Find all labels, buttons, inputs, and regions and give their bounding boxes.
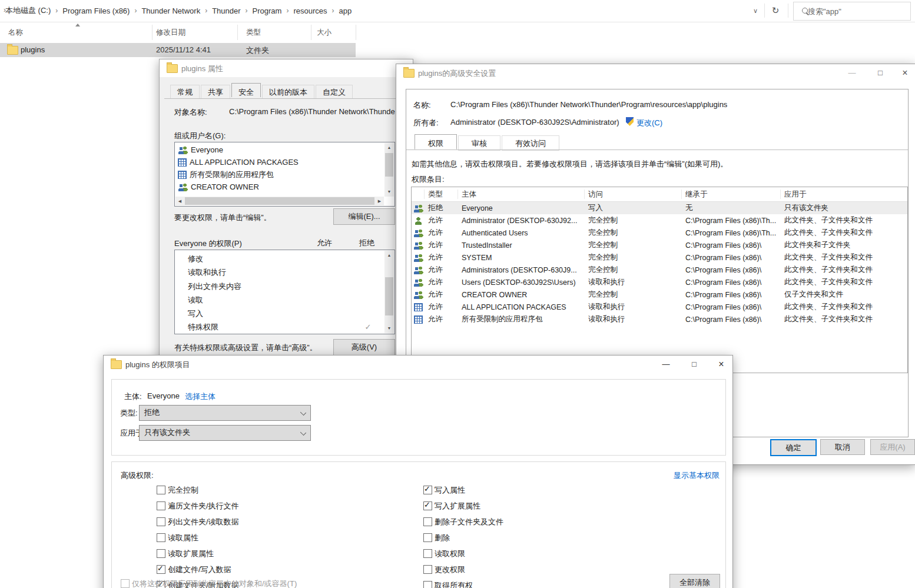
header-type[interactable]: 类型 [425, 190, 458, 199]
vertical-scrollbar[interactable]: ▲ ▼ [384, 251, 394, 333]
permission-row[interactable]: 列出文件夹内容 ✓ [175, 280, 384, 293]
permission-checkbox[interactable] [157, 486, 165, 494]
column-header-date[interactable]: 修改日期 [156, 28, 185, 38]
maximize-icon[interactable]: □ [870, 64, 890, 82]
permission-checkbox-label: 删除 [435, 533, 450, 543]
scroll-up-icon[interactable]: ▲ [384, 143, 394, 152]
ok-button[interactable]: 确定 [770, 439, 817, 456]
cancel-button[interactable]: 取消 [820, 439, 865, 455]
permission-checkbox[interactable] [157, 517, 165, 526]
scrollbar-thumb[interactable] [385, 153, 393, 177]
breadcrumb-item[interactable]: Thunder Network [137, 5, 204, 17]
breadcrumb-item[interactable]: Program Files (x86) [58, 5, 134, 17]
permission-checkbox[interactable] [423, 501, 432, 510]
scroll-right-icon[interactable]: ▶ [375, 197, 384, 205]
breadcrumb-item[interactable]: 本地磁盘 (C:) [1, 4, 55, 18]
permission-checkbox-label: 取得所有权 [435, 580, 473, 588]
column-divider[interactable] [311, 25, 311, 40]
permission-checkbox[interactable] [423, 517, 432, 526]
permission-checkbox[interactable] [423, 486, 432, 494]
show-basic-permissions-link[interactable]: 显示基本权限 [674, 470, 720, 481]
column-header-type[interactable]: 类型 [246, 28, 261, 38]
permission-row[interactable]: 读取 ✓ [175, 293, 384, 307]
users-group-icon [413, 254, 423, 262]
vertical-scrollbar[interactable]: ▲ ▼ [384, 143, 394, 197]
permission-entry-row[interactable]: 拒绝 Everyone 写入 无 只有该文件夹 [412, 202, 907, 214]
group-user-item[interactable]: ALL APPLICATION PACKAGES [175, 156, 384, 168]
permission-entry-row[interactable]: 允许 Administrators (DESKTOP-630J9... 完全控制… [412, 264, 907, 276]
scroll-down-icon[interactable]: ▼ [384, 324, 394, 333]
advanced-tab[interactable]: 权限 [415, 134, 457, 150]
minimize-icon[interactable]: — [656, 356, 676, 373]
advanced-button[interactable]: 高级(V) [333, 339, 395, 356]
permission-entry-row[interactable]: 允许 ALL APPLICATION PACKAGES 读取和执行 C:\Pro… [412, 301, 907, 313]
breadcrumb-item[interactable]: Thunder [208, 5, 244, 17]
properties-tab[interactable]: 共享 [201, 85, 230, 99]
permission-row[interactable]: 特殊权限 ✓ [175, 320, 384, 334]
edit-button[interactable]: 编辑(E)... [333, 208, 395, 225]
entry-principal: CREATOR OWNER [458, 291, 585, 299]
column-divider[interactable] [237, 25, 238, 40]
group-user-item[interactable]: 所有受限制的应用程序包 [175, 168, 384, 181]
column-divider[interactable] [152, 25, 152, 40]
header-principal[interactable]: 主体 [458, 190, 585, 199]
breadcrumb-item[interactable]: Program [248, 5, 286, 17]
users-group-icon [178, 183, 188, 191]
scroll-left-icon[interactable]: ◀ [175, 197, 184, 205]
permission-row[interactable]: 读取和执行 ✓ [175, 265, 384, 279]
permission-entry-row[interactable]: 允许 TrustedInstaller 完全控制 C:\Program File… [412, 239, 907, 251]
permission-checkbox[interactable] [423, 549, 432, 558]
maximize-icon[interactable]: □ [684, 356, 704, 373]
advanced-tab[interactable]: 有效访问 [502, 135, 559, 151]
permission-checkbox[interactable] [423, 565, 432, 574]
entry-inherited-from: C:\Program Files (x86)\Th... [682, 229, 781, 237]
file-row-plugins[interactable]: plugins 2025/11/12 4:41 文件夹 [0, 43, 356, 57]
permission-entry-row[interactable]: 允许 Authenticated Users 完全控制 C:\Program F… [412, 227, 907, 239]
close-icon[interactable]: × [895, 64, 915, 82]
column-divider[interactable] [356, 25, 356, 40]
permission-entry-row[interactable]: 允许 Users (DESKTOP-630J92S\Users) 读取和执行 C… [412, 276, 907, 288]
permission-checkbox[interactable] [423, 581, 432, 588]
permission-entry-row[interactable]: 允许 所有受限制的应用程序包 读取和执行 C:\Program Files (x… [412, 313, 907, 325]
header-access[interactable]: 访问 [585, 190, 682, 199]
refresh-icon[interactable]: ↻ [767, 3, 784, 18]
properties-tab[interactable]: 常规 [170, 85, 200, 99]
properties-tab[interactable]: 以前的版本 [262, 85, 314, 99]
group-user-item[interactable]: CREATOR OWNER [175, 181, 384, 193]
scroll-up-icon[interactable]: ▲ [384, 251, 394, 260]
scrollbar-thumb[interactable] [385, 277, 393, 315]
applies-to-dropdown[interactable]: 只有该文件夹 [139, 425, 311, 441]
permission-checkbox[interactable] [157, 565, 165, 574]
permission-row[interactable]: 写入 ✓ [175, 307, 384, 320]
header-inherited-from[interactable]: 继承于 [682, 190, 781, 199]
scroll-down-icon[interactable]: ▼ [384, 187, 394, 197]
type-dropdown[interactable]: 拒绝 [139, 405, 311, 421]
horizontal-scrollbar[interactable]: ◀ ▶ [175, 197, 384, 205]
permission-entry-row[interactable]: 允许 Administrator (DESKTOP-630J92... 完全控制… [412, 214, 907, 227]
permission-checkbox[interactable] [157, 501, 165, 510]
header-applies-to[interactable]: 应用于 [781, 190, 907, 199]
scrollbar-thumb[interactable] [185, 197, 374, 205]
permission-checkbox[interactable] [157, 549, 165, 558]
breadcrumb-item[interactable]: app [335, 5, 356, 17]
permission-entry-row[interactable]: 允许 SYSTEM 完全控制 C:\Program Files (x86)\ 此… [412, 251, 907, 264]
group-user-item[interactable]: Everyone [175, 144, 384, 156]
column-header-size[interactable]: 大小 [317, 28, 331, 38]
permission-entry-row[interactable]: 允许 CREATOR OWNER 完全控制 C:\Program Files (… [412, 288, 907, 301]
apply-to-container-checkbox[interactable] [121, 579, 130, 588]
column-header-name[interactable]: 名称 [8, 28, 23, 38]
clear-all-button[interactable]: 全部清除 [669, 574, 720, 588]
properties-tab[interactable]: 安全 [231, 83, 261, 97]
breadcrumb-item[interactable]: resources [289, 5, 331, 17]
change-owner-link[interactable]: 更改(C) [636, 118, 662, 128]
address-dropdown-icon[interactable]: ∨ [748, 3, 763, 18]
minimize-icon[interactable]: — [842, 64, 862, 82]
permission-checkbox[interactable] [157, 533, 165, 542]
properties-tab[interactable]: 自定义 [316, 85, 353, 99]
advanced-tab[interactable]: 审核 [458, 135, 500, 151]
close-icon[interactable]: × [711, 356, 731, 373]
select-principal-link[interactable]: 选择主体 [185, 391, 216, 402]
permission-checkbox[interactable] [423, 533, 432, 542]
permission-row[interactable]: 修改 ✓ [175, 252, 384, 265]
search-input[interactable] [807, 4, 913, 19]
